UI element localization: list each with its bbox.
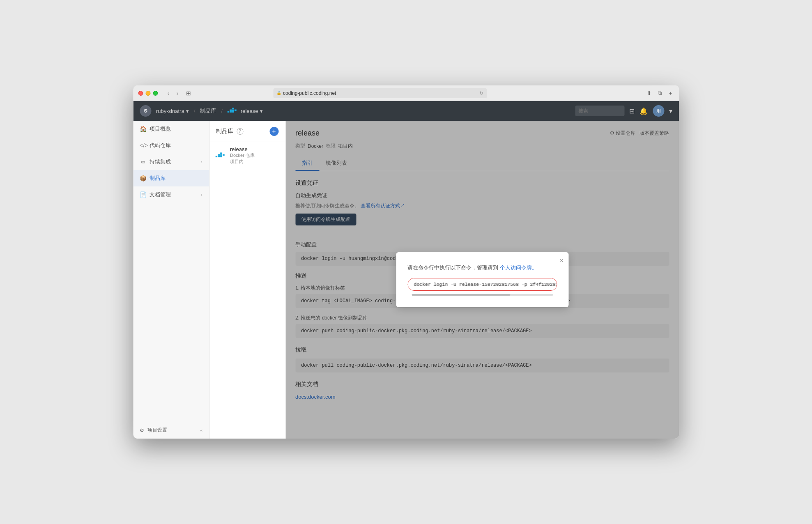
- code-icon: </>: [140, 142, 146, 149]
- url-text: coding-public.coding.net: [283, 90, 336, 96]
- sidebar: 🏠 项目概览 </> 代码仓库 ∞ 持续集成 › 📦 制品库 📄: [133, 121, 209, 439]
- svg-rect-3: [230, 110, 232, 111]
- app-window: ‹ › ⊞ 🔒 coding-public.coding.net ↻ ⬆ ⧉ ＋…: [133, 85, 679, 439]
- svg-rect-13: [223, 154, 225, 156]
- panel-title: 制品库: [216, 128, 233, 135]
- sidebar-item-code[interactable]: </> 代码仓库: [133, 137, 209, 154]
- settings-label: 项目设置: [147, 427, 167, 434]
- titlebar: ‹ › ⊞ 🔒 coding-public.coding.net ↻ ⬆ ⧉ ＋: [133, 85, 679, 101]
- main-area: 🏠 项目概览 </> 代码仓库 ∞ 持续集成 › 📦 制品库 📄: [133, 121, 679, 439]
- sidebar-item-docs[interactable]: 📄 文档管理 ›: [133, 186, 209, 203]
- modal-scrollbar-thumb: [412, 294, 511, 296]
- copy-button[interactable]: ⧉: [656, 90, 663, 97]
- ci-expand-icon: ›: [201, 159, 202, 164]
- panel-list-item-release[interactable]: release Docker 仓库 项目内: [209, 142, 285, 169]
- top-nav: ⚙ ruby-sinatra ▾ / 制品库 / rel: [133, 101, 679, 121]
- svg-rect-2: [232, 111, 235, 113]
- sidebar-label-code: 代码仓库: [150, 142, 171, 149]
- svg-rect-4: [232, 110, 235, 111]
- traffic-lights: [138, 91, 158, 96]
- panel-header: 制品库 ? +: [209, 121, 285, 142]
- modal-text: 请在命令行中执行以下命令，管理请到 个人访问令牌。: [407, 264, 557, 272]
- svg-rect-8: [218, 156, 220, 157]
- settings-gear-icon: ⚙: [140, 427, 144, 433]
- svg-rect-6: [235, 110, 237, 111]
- svg-rect-7: [215, 156, 217, 157]
- svg-rect-10: [218, 154, 220, 156]
- minimize-button[interactable]: [145, 91, 150, 96]
- artifact-icon: 📦: [140, 175, 146, 182]
- breadcrumb-release: release: [241, 108, 258, 114]
- main-content: release ⚙ 设置仓库 版本覆盖策略 类型 Docker 权限 项目内 指…: [285, 121, 679, 439]
- grid-icon-btn[interactable]: ⊞: [629, 107, 635, 115]
- nav-separator-2: /: [221, 108, 223, 114]
- home-icon: 🏠: [140, 126, 146, 132]
- back-button[interactable]: ‹: [164, 89, 173, 97]
- breadcrumb-dropdown-icon: ▾: [260, 108, 263, 114]
- panel-docker-icon: [215, 150, 227, 161]
- svg-rect-12: [220, 152, 222, 154]
- sidebar-label-artifact: 制品库: [150, 175, 166, 182]
- nav-arrows: ‹ ›: [164, 89, 182, 97]
- logo-icon: ⚙: [143, 108, 148, 114]
- panel-item-meta2: 项目内: [230, 159, 255, 165]
- settings-collapse-icon: «: [200, 428, 202, 433]
- modal-scrollbar: [412, 294, 553, 296]
- modal-code-box[interactable]: docker login -u release-1587202817568 -p…: [407, 278, 557, 291]
- nav-breadcrumb[interactable]: release ▾: [228, 107, 263, 115]
- question-mark: ?: [239, 129, 241, 133]
- nav-separator: /: [194, 108, 196, 114]
- project-name: ruby-sinatra: [156, 108, 184, 114]
- sidebar-item-overview[interactable]: 🏠 项目概览: [133, 121, 209, 137]
- user-avatar[interactable]: 用: [653, 105, 664, 117]
- search-input[interactable]: [575, 106, 624, 116]
- ci-icon: ∞: [140, 159, 146, 165]
- app-layout: ⚙ ruby-sinatra ▾ / 制品库 / rel: [133, 101, 679, 439]
- sidebar-settings[interactable]: ⚙ 项目设置 «: [133, 422, 209, 439]
- maximize-button[interactable]: [153, 91, 158, 96]
- top-nav-right: ⊞ 🔔 用 ▾: [575, 105, 672, 117]
- panel-item-name: release: [230, 146, 255, 152]
- bell-icon-btn[interactable]: 🔔: [639, 107, 648, 115]
- plus-icon: +: [272, 128, 276, 135]
- panel-help-icon[interactable]: ?: [237, 128, 243, 135]
- forward-button[interactable]: ›: [173, 89, 182, 97]
- lock-icon: 🔒: [276, 91, 281, 95]
- svg-rect-11: [220, 154, 222, 156]
- docs-expand-icon: ›: [201, 192, 202, 197]
- sidebar-label-docs: 文档管理: [150, 191, 171, 198]
- close-button[interactable]: [138, 91, 143, 96]
- refresh-icon[interactable]: ↻: [479, 90, 483, 96]
- sidebar-label-overview: 项目概览: [150, 125, 171, 133]
- new-tab-button[interactable]: ＋: [667, 90, 674, 97]
- app-logo: ⚙: [140, 105, 151, 117]
- panel-add-button[interactable]: +: [269, 127, 278, 136]
- svg-rect-9: [220, 156, 222, 157]
- project-selector[interactable]: ruby-sinatra ▾: [156, 108, 189, 114]
- tab-grid-button[interactable]: ⊞: [185, 90, 192, 97]
- project-dropdown-icon: ▾: [186, 108, 189, 114]
- modal-token-link[interactable]: 个人访问令牌。: [500, 264, 537, 271]
- sidebar-item-ci[interactable]: ∞ 持续集成 ›: [133, 154, 209, 170]
- modal-overlay: × 请在命令行中执行以下命令，管理请到 个人访问令牌。 docker login…: [285, 121, 679, 439]
- avatar-text: 用: [656, 108, 661, 114]
- sidebar-item-artifact[interactable]: 📦 制品库: [133, 170, 209, 186]
- docker-logo-icon: [228, 107, 239, 115]
- panel-item-meta1: Docker 仓库: [230, 152, 255, 159]
- avatar-dropdown-icon[interactable]: ▾: [669, 107, 672, 115]
- svg-rect-1: [230, 111, 232, 113]
- modal: × 请在命令行中执行以下命令，管理请到 个人访问令牌。 docker login…: [396, 252, 568, 307]
- secondary-panel: 制品库 ? +: [209, 121, 285, 439]
- docs-icon: 📄: [140, 191, 146, 198]
- window-controls-right: ⬆ ⧉ ＋: [645, 90, 674, 97]
- modal-close-button[interactable]: ×: [560, 257, 564, 264]
- nav-section: 制品库: [200, 107, 216, 115]
- panel-item-info: release Docker 仓库 项目内: [230, 146, 255, 165]
- svg-rect-5: [232, 108, 235, 109]
- svg-rect-0: [228, 111, 230, 113]
- sidebar-label-ci: 持续集成: [150, 158, 171, 165]
- modal-code-text: docker login -u release-1587202817568 -p…: [414, 282, 557, 287]
- share-button[interactable]: ⬆: [645, 90, 653, 97]
- url-bar[interactable]: 🔒 coding-public.coding.net ↻: [273, 88, 487, 98]
